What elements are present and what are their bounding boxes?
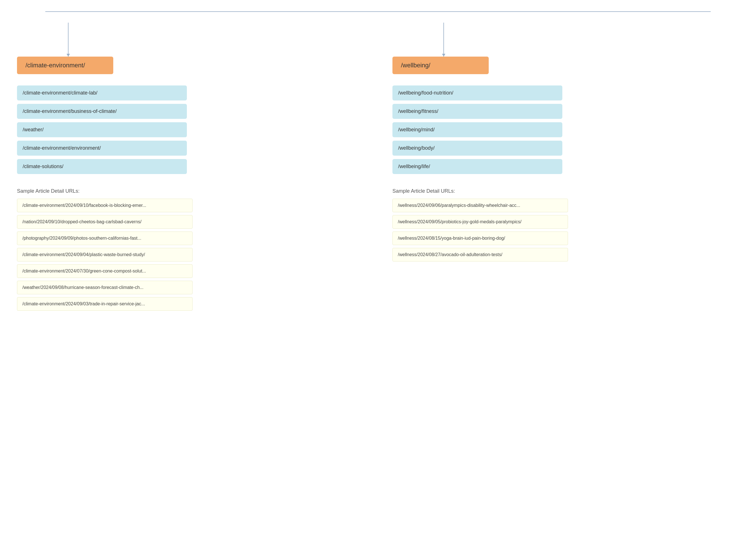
wellbeing-connector-line <box>443 23 444 57</box>
wellbeing-sample-label: Sample Article Detail URLs: <box>392 188 455 194</box>
list-item[interactable]: /wellbeing/mind/ <box>392 122 562 137</box>
page-container: /climate-environment/ /climate-environme… <box>0 0 756 322</box>
list-item[interactable]: /wellbeing/fitness/ <box>392 104 562 119</box>
list-item[interactable]: /climate-environment/2024/09/03/trade-in… <box>17 297 193 311</box>
climate-sample-label: Sample Article Detail URLs: <box>17 188 80 194</box>
wellbeing-subcategory-list: /wellbeing/food-nutrition/ /wellbeing/fi… <box>392 86 562 174</box>
list-item[interactable]: /wellness/2024/08/15/yoga-brain-iud-pain… <box>392 232 568 245</box>
list-item[interactable]: /photography/2024/09/09/photos-southern-… <box>17 232 193 245</box>
list-item[interactable]: /climate-environment/2024/07/30/green-co… <box>17 264 193 278</box>
climate-column: /climate-environment/ /climate-environme… <box>17 23 364 311</box>
climate-article-url-list: /climate-environment/2024/09/10/facebook… <box>17 199 193 311</box>
wellbeing-column: /wellbeing/ /wellbeing/food-nutrition/ /… <box>392 23 739 311</box>
list-item[interactable]: /nation/2024/09/10/dropped-cheetos-bag-c… <box>17 215 193 229</box>
list-item[interactable]: /climate-environment/climate-lab/ <box>17 86 187 101</box>
list-item[interactable]: /wellbeing/body/ <box>392 141 562 156</box>
list-item[interactable]: /wellness/2024/08/27/avocado-oil-adulter… <box>392 248 568 262</box>
climate-category-box[interactable]: /climate-environment/ <box>17 57 113 74</box>
climate-connector-line <box>68 23 69 57</box>
top-connector-line <box>45 11 711 12</box>
list-item[interactable]: /weather/2024/09/08/hurricane-season-for… <box>17 281 193 294</box>
columns-wrapper: /climate-environment/ /climate-environme… <box>17 23 739 311</box>
wellbeing-article-url-list: /wellness/2024/09/06/paralympics-disabil… <box>392 199 568 262</box>
list-item[interactable]: /climate-solutions/ <box>17 159 187 174</box>
list-item[interactable]: /wellbeing/life/ <box>392 159 562 174</box>
list-item[interactable]: /climate-environment/business-of-climate… <box>17 104 187 119</box>
list-item[interactable]: /weather/ <box>17 122 187 137</box>
list-item[interactable]: /climate-environment/2024/09/04/plastic-… <box>17 248 193 262</box>
list-item[interactable]: /wellbeing/food-nutrition/ <box>392 86 562 101</box>
list-item[interactable]: /wellness/2024/09/06/paralympics-disabil… <box>392 199 568 212</box>
list-item[interactable]: /wellness/2024/09/05/probiotics-joy-gold… <box>392 215 568 229</box>
wellbeing-category-box[interactable]: /wellbeing/ <box>392 57 489 74</box>
list-item[interactable]: /climate-environment/environment/ <box>17 141 187 156</box>
climate-subcategory-list: /climate-environment/climate-lab/ /clima… <box>17 86 187 174</box>
list-item[interactable]: /climate-environment/2024/09/10/facebook… <box>17 199 193 212</box>
